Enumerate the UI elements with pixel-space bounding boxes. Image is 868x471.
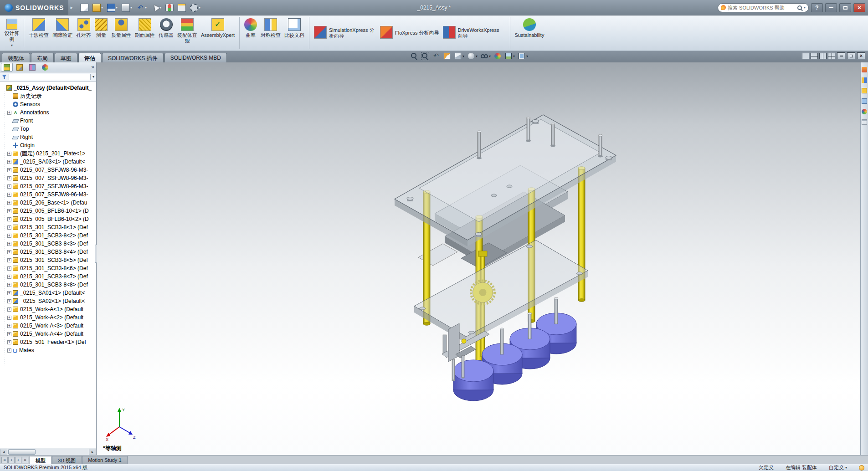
scrollbar-thumb[interactable]	[8, 449, 36, 455]
assembly-visualization-button[interactable]: 装配体直观	[175, 17, 199, 49]
rebuild-button[interactable]: ▾	[164, 3, 175, 12]
pin-part[interactable]	[554, 297, 558, 324]
mass-properties-button[interactable]: 质量属性	[109, 17, 133, 49]
tree-item[interactable]: 0215_005_BFLB6-10<1> (D	[0, 207, 96, 215]
scroll-right-button[interactable]: ›	[15, 457, 21, 463]
design-library-tab[interactable]	[861, 77, 868, 83]
pin-part[interactable]	[452, 359, 455, 381]
tree-item[interactable]: 0215_301_SCB3-8<3> (Def	[0, 240, 96, 248]
doc-restore-button[interactable]	[847, 52, 855, 59]
corner-bolt[interactable]	[527, 245, 533, 248]
filter-icon[interactable]	[2, 75, 7, 79]
filter-input[interactable]	[9, 74, 91, 80]
filter-caret-icon[interactable]: ▾	[92, 75, 94, 79]
expander-icon[interactable]	[7, 225, 11, 230]
tree-item[interactable]: Mates	[0, 346, 96, 354]
corner-bolt[interactable]	[577, 272, 583, 275]
tree-item[interactable]: Front	[0, 117, 96, 125]
tab-assembly[interactable]: 装配体	[2, 53, 30, 62]
expander-icon[interactable]	[7, 250, 11, 254]
doc-minimize-button[interactable]	[837, 52, 845, 59]
corner-bolt[interactable]	[469, 331, 475, 334]
appearances-tab[interactable]	[861, 108, 868, 115]
orientation-triad[interactable]: Y X Z	[105, 406, 138, 441]
select-button[interactable]: ▾	[150, 3, 162, 12]
assemblyxpert-button[interactable]: AssemblyXpert	[199, 17, 240, 49]
expander-icon[interactable]	[7, 184, 11, 189]
view-palette-tab[interactable]	[861, 97, 868, 104]
tree-item[interactable]: 0215_007_SSFJW8-96-M3-	[0, 190, 96, 199]
tree-item[interactable]: 0215_007_SSFJW8-96-M3-	[0, 166, 96, 174]
tree-item[interactable]: (固定) 0215_201_Plate<1>	[0, 149, 96, 158]
split-horizontal-button[interactable]	[811, 53, 818, 59]
corner-bolt[interactable]	[407, 197, 413, 202]
new-document-button[interactable]: ▾	[79, 3, 89, 12]
help-button[interactable]: ?	[811, 3, 823, 12]
view-settings-button[interactable]: ▾	[518, 52, 528, 60]
expander-icon[interactable]	[7, 283, 11, 287]
solidworks-resources-tab[interactable]	[861, 66, 868, 73]
tree-item[interactable]: 0215_301_SCB3-8<4> (Def	[0, 248, 96, 256]
pin-part[interactable]	[500, 328, 504, 354]
pin-part[interactable]	[462, 356, 465, 379]
expander-icon[interactable]	[7, 332, 11, 336]
expander-icon[interactable]	[7, 176, 11, 180]
configurationmanager-tab[interactable]	[26, 63, 38, 72]
tree-item[interactable]: 0215_Work-A<2> (Default	[0, 313, 96, 322]
undo-button[interactable]: ▾	[135, 3, 148, 12]
tree-item[interactable]: 0215_206_Base<1> (Defau	[0, 199, 96, 207]
search-dropdown-caret-icon[interactable]: ▾	[804, 5, 806, 10]
tree-item[interactable]: 0215_Work-A<1> (Default	[0, 305, 96, 313]
expander-icon[interactable]	[7, 340, 11, 344]
sustainability-button[interactable]: Sustainability	[513, 17, 546, 49]
print-button[interactable]: ▾	[121, 3, 133, 12]
simulationxpress-button[interactable]: SimulationXpress 分析向导	[312, 17, 378, 49]
tree-item[interactable]: 0215_301_SCB3-8<2> (Def	[0, 231, 96, 240]
tree-item[interactable]: Sensors	[0, 100, 96, 108]
apply-scene-button[interactable]: ▾	[504, 52, 515, 60]
previous-view-button[interactable]: ▾	[432, 52, 440, 60]
tree-item[interactable]: 0215_007_SSFJW8-96-M3-	[0, 174, 96, 182]
expander-icon[interactable]	[7, 266, 11, 271]
expander-icon[interactable]	[7, 258, 11, 262]
panel-overflow-chevron[interactable]: »	[91, 64, 94, 70]
graphics-area[interactable]: Y X Z *等轴测	[97, 62, 860, 455]
tab-solidworks-mbd[interactable]: SOLIDWORKS MBD	[164, 53, 227, 62]
expander-icon[interactable]	[7, 324, 11, 328]
edit-appearance-button[interactable]: ▾	[493, 52, 502, 60]
save-button[interactable]: ▾	[106, 3, 118, 12]
scrollbar-left-arrow[interactable]: ◂	[0, 449, 7, 455]
displaymanager-tab[interactable]	[39, 63, 51, 72]
curvature-button[interactable]: 曲率	[242, 17, 259, 49]
measure-button[interactable]: 测量	[93, 17, 109, 49]
tree-item[interactable]: Top	[0, 125, 96, 133]
corner-bolt[interactable]	[475, 233, 482, 237]
open-button[interactable]: ▾	[92, 3, 104, 12]
tab-layout[interactable]: 布局	[31, 53, 54, 62]
expander-icon[interactable]	[7, 217, 11, 221]
hole-alignment-button[interactable]: 孔对齐	[74, 17, 93, 49]
tree-item[interactable]: Right	[0, 133, 96, 141]
search-icon[interactable]	[797, 5, 802, 10]
assembly-model[interactable]	[97, 62, 860, 455]
corner-bolt[interactable]	[532, 120, 539, 124]
view-orientation-button[interactable]: ▾	[454, 52, 464, 60]
doc-close-button[interactable]: ×	[857, 52, 865, 59]
scroll-first-button[interactable]: «	[1, 457, 8, 463]
tree-item[interactable]: 0215_301_SCB3-8<5> (Def	[0, 256, 96, 264]
pin-part[interactable]	[528, 312, 532, 339]
display-style-button[interactable]: ▾	[467, 52, 478, 60]
expander-icon[interactable]	[7, 242, 11, 246]
custom-properties-tab[interactable]	[861, 118, 868, 125]
motion-study-tab[interactable]: Motion Study 1	[82, 456, 127, 464]
expander-icon[interactable]	[7, 234, 11, 238]
tab-sketch[interactable]: 草图	[55, 53, 77, 62]
hide-show-items-button[interactable]: ▾	[480, 52, 491, 60]
zoom-fit-button[interactable]: ▾	[410, 52, 418, 60]
expander-icon[interactable]	[7, 316, 11, 320]
clearance-verification-button[interactable]: 间隙验证	[51, 17, 74, 49]
design-study-button[interactable]: 设计算例 ▾	[3, 17, 21, 49]
sensor-button[interactable]: 传感器	[157, 17, 175, 49]
floxpress-button[interactable]: FloXpress 分析向导	[378, 17, 441, 49]
compare-documents-button[interactable]: 比较文档	[282, 17, 309, 49]
